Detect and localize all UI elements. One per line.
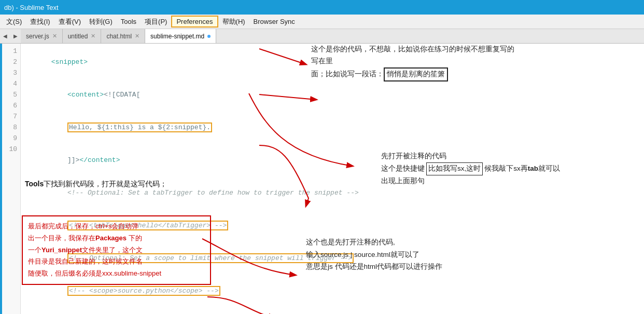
- annotation-bottom-right: 这个也是先打开注释的代码, 输入source.js | source.html就…: [306, 236, 442, 273]
- menu-item-preferences[interactable]: Preferences: [171, 16, 218, 28]
- menu-item-file[interactable]: 文(S): [2, 16, 26, 28]
- code-line-9: </snippet>: [27, 307, 638, 314]
- line-num: 9: [2, 133, 17, 144]
- code-line-2: <content><![CDATA[: [27, 78, 638, 111]
- menu-bar: 文(S) 查找(I) 查看(V) 转到(G) Tools 项目(P) Prefe…: [0, 15, 644, 29]
- tab-untitled[interactable]: untitled ✕: [63, 29, 102, 43]
- tools-bold: Tools: [25, 180, 44, 188]
- line-num: 5: [2, 89, 17, 100]
- line-numbers: 1 2 3 4 5 6 7 8 9 10: [2, 44, 21, 314]
- tab-close-icon[interactable]: ✕: [135, 33, 139, 39]
- annotation-top-right: 这个是你的代码，不想敲，比如说你在练习的时候不想重复写的写在里 面；比如说写一段…: [311, 44, 519, 81]
- tab-chat-html[interactable]: chat.html ✕: [101, 29, 145, 43]
- title-bar: db) - Sublime Text: [0, 0, 644, 15]
- line-num: 3: [2, 67, 17, 78]
- title-bar-text: db) - Sublime Text: [4, 4, 59, 11]
- menu-item-project[interactable]: 项目(P): [141, 16, 171, 28]
- code-line-3: Hello, ${1:this} is a ${2:snippet}.: [27, 111, 638, 144]
- tab-modified-dot: [207, 35, 211, 38]
- menu-item-view[interactable]: 查看(V): [54, 16, 85, 28]
- tab-bar: ◀ ▶ server.js ✕ untitled ✕ chat.html ✕ s…: [0, 29, 644, 44]
- menu-item-tools[interactable]: Tools: [117, 17, 141, 26]
- bottom-left-annotation: Tools下找到新代码段，打开就是这写代码；: [25, 179, 167, 189]
- line-num: 10: [2, 144, 17, 155]
- tab-next-btn[interactable]: ▶: [10, 29, 21, 43]
- menu-item-help[interactable]: 帮助(H): [218, 16, 249, 28]
- tab-prev-btn[interactable]: ◀: [0, 29, 10, 43]
- tab-close-icon[interactable]: ✕: [52, 33, 57, 39]
- line-num: 6: [2, 100, 17, 111]
- tab-server-js[interactable]: server.js ✕: [21, 29, 63, 43]
- red-border-annotation-box: 最后都完成后，保存，ctrl+s会自动弹 出一个目录，我保存在Packages …: [22, 215, 211, 285]
- line-num: 8: [2, 122, 17, 133]
- line-num: 4: [2, 78, 17, 89]
- tab-label: chat.html: [106, 33, 132, 40]
- tab-label: sublime-snippet.md: [150, 33, 204, 40]
- menu-item-find[interactable]: 查找(I): [26, 16, 54, 28]
- line-num: 7: [2, 111, 17, 122]
- line-num: 2: [2, 57, 17, 67]
- tab-sublime-snippet[interactable]: sublime-snippet.md: [145, 29, 216, 43]
- annotation-middle-right: 先打开被注释的代码 这个是快捷键比如我写sx,这时候我敲下sx再tab就可以 出…: [381, 151, 560, 187]
- tab-label: untitled: [68, 33, 88, 40]
- menu-item-browsersync[interactable]: Browser Sync: [249, 17, 299, 26]
- menu-item-goto[interactable]: 转到(G): [85, 16, 117, 28]
- line-num: 1: [2, 46, 17, 57]
- tab-label: server.js: [26, 33, 49, 40]
- tab-close-icon[interactable]: ✕: [91, 33, 95, 39]
